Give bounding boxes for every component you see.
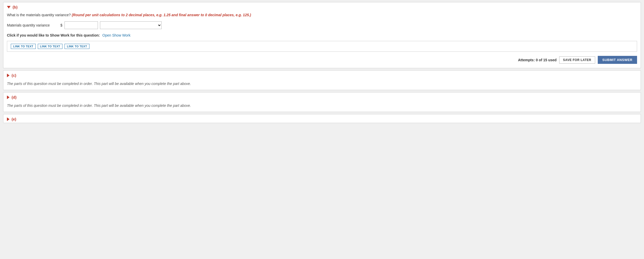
section-c-toggle-icon[interactable] [7,74,10,77]
section-e-label: (e) [12,117,16,121]
attempts-row: Attempts: 0 of 15 used SAVE FOR LATER SU… [7,54,637,64]
section-d-locked-text: The parts of this question must be compl… [7,103,637,108]
section-d-body: The parts of this question must be compl… [3,101,641,112]
save-for-later-button[interactable]: SAVE FOR LATER [559,56,595,64]
link-to-text-btn-3[interactable]: LINK TO TEXT [65,44,89,49]
submit-answer-button[interactable]: SUBMIT ANSWER [598,56,637,64]
show-work-row: Click if you would like to Show Work for… [7,33,637,37]
open-show-work-link[interactable]: Open Show Work [102,33,130,37]
section-c-body: The parts of this question must be compl… [3,79,641,90]
section-b-label: (b) [13,5,17,9]
variance-select[interactable]: Favorable Unfavorable [100,21,162,29]
section-e-panel: (e) [3,114,641,123]
section-e-toggle-icon[interactable] [7,117,10,121]
dollar-sign: $ [60,23,62,27]
section-b-header: (b) [3,2,641,11]
amount-input[interactable] [65,21,98,29]
show-work-label: Click if you would like to Show Work for… [7,33,100,37]
attempts-text: Attempts: 0 of 15 used [518,58,557,62]
link-to-text-bar: LINK TO TEXT LINK TO TEXT LINK TO TEXT [7,41,637,52]
link-to-text-btn-2[interactable]: LINK TO TEXT [38,44,63,49]
section-b-question-main: What is the materials quantity variance? [7,13,71,17]
materials-variance-label: Materials quantity variance [7,23,58,27]
section-c-header: (c) [3,71,641,79]
section-c-locked-text: The parts of this question must be compl… [7,82,637,86]
page-container: (b) What is the materials quantity varia… [0,2,644,123]
section-c-label: (c) [12,73,16,77]
section-d-toggle-icon[interactable] [7,96,10,99]
section-c-panel: (c) The parts of this question must be c… [3,70,641,90]
section-d-header: (d) [3,92,641,101]
section-b-panel: (b) What is the materials quantity varia… [3,2,641,68]
section-d-panel: (d) The parts of this question must be c… [3,92,641,112]
section-b-toggle-icon[interactable] [7,6,11,8]
section-b-body: What is the materials quantity variance?… [3,11,641,68]
section-d-label: (d) [12,95,16,99]
materials-variance-row: Materials quantity variance $ Favorable … [7,21,637,29]
section-b-question: What is the materials quantity variance?… [7,12,637,18]
section-e-header: (e) [3,114,641,123]
section-b-instruction: (Round per unit calculations to 2 decima… [72,13,251,17]
link-to-text-btn-1[interactable]: LINK TO TEXT [11,44,36,49]
